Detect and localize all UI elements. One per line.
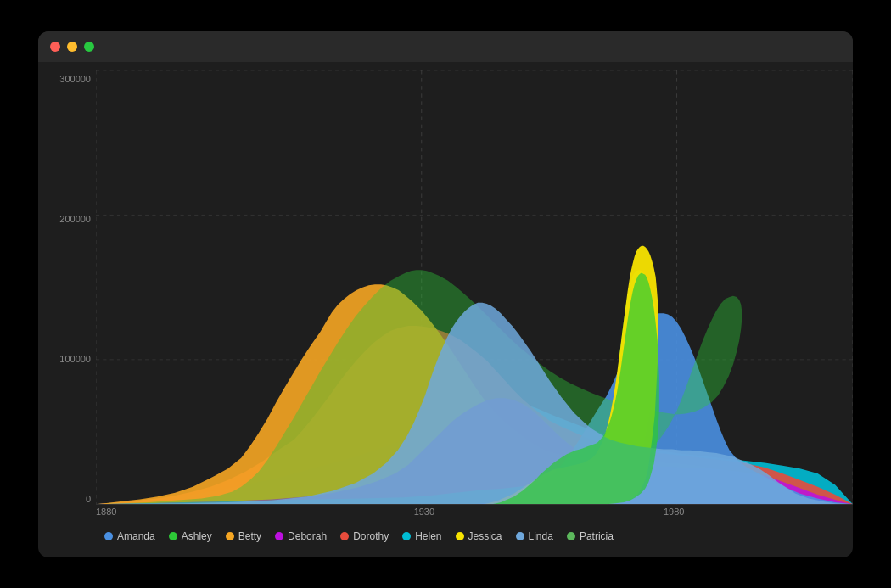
legend-dot-ashley (169, 532, 177, 540)
legend-dot-betty (226, 532, 234, 540)
chart-inner: 1880 1930 1980 (96, 70, 853, 524)
legend-dot-deborah (275, 532, 283, 540)
legend-label-dorothy: Dorothy (353, 530, 389, 542)
x-label-1930: 1930 (414, 507, 434, 517)
legend-item-betty: Betty (226, 530, 261, 542)
legend-item-linda: Linda (516, 530, 553, 542)
legend-label-linda: Linda (529, 530, 553, 542)
legend-label-jessica: Jessica (468, 530, 502, 542)
y-label-0: 0 (86, 494, 96, 504)
x-label-1980: 1980 (664, 507, 684, 517)
minimize-button[interactable] (67, 42, 77, 52)
legend-label-amanda: Amanda (117, 530, 155, 542)
legend-dot-jessica (456, 532, 464, 540)
y-label-100k: 100000 (59, 354, 96, 364)
legend-dot-dorothy (340, 532, 349, 540)
maximize-button[interactable] (84, 42, 94, 52)
titlebar (38, 31, 853, 62)
app-window: 300000 200000 100000 0 (38, 31, 853, 557)
legend-label-patricia: Patricia (580, 530, 614, 542)
legend-item-helen: Helen (402, 530, 441, 542)
legend-dot-linda (516, 532, 524, 540)
legend-item-jessica: Jessica (456, 530, 502, 542)
legend-dot-amanda (104, 532, 113, 540)
chart-svg (96, 70, 853, 524)
legend-item-dorothy: Dorothy (340, 530, 389, 542)
legend-label-ashley: Ashley (182, 530, 212, 542)
x-label-1880: 1880 (96, 507, 116, 517)
chart-legend: AmandaAshleyBettyDeborahDorothyHelenJess… (47, 524, 853, 549)
chart-wrapper: 300000 200000 100000 0 (47, 70, 853, 524)
legend-label-betty: Betty (238, 530, 261, 542)
legend-dot-helen (402, 532, 411, 540)
traffic-lights (50, 42, 94, 52)
legend-item-patricia: Patricia (567, 530, 614, 542)
y-axis: 300000 200000 100000 0 (47, 70, 96, 524)
legend-item-amanda: Amanda (104, 530, 155, 542)
close-button[interactable] (50, 42, 60, 52)
legend-label-helen: Helen (415, 530, 441, 542)
legend-label-deborah: Deborah (288, 530, 327, 542)
y-label-200k: 200000 (59, 214, 96, 224)
y-label-300k: 300000 (59, 74, 96, 84)
legend-item-ashley: Ashley (169, 530, 212, 542)
legend-item-deborah: Deborah (275, 530, 327, 542)
legend-dot-patricia (567, 532, 575, 540)
chart-area: 300000 200000 100000 0 (38, 62, 853, 557)
